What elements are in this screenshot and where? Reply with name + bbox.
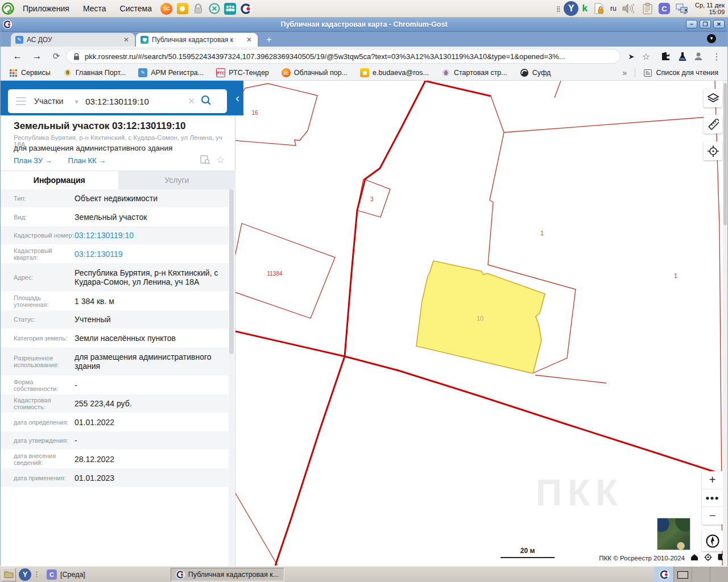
tab-as-dou[interactable]: ✎ АС ДОУ ✕ [11, 33, 135, 47]
cadastral-block-link[interactable]: 03:12:130119 [75, 250, 229, 259]
page-scrollbar-thumb[interactable] [723, 83, 727, 225]
flask-extension-icon[interactable] [676, 50, 689, 63]
menu-system[interactable]: Система [113, 0, 159, 17]
volume-icon[interactable] [622, 2, 634, 15]
scale-bar: 20 м [500, 547, 555, 558]
extension-icon[interactable] [659, 50, 672, 63]
new-tab-button[interactable]: + [262, 34, 276, 45]
back-button[interactable]: ← [11, 49, 24, 63]
show-desktop-button[interactable] [2, 568, 16, 581]
search-submit-icon[interactable] [201, 95, 212, 108]
plan-zu-link[interactable]: План ЗУ → [14, 156, 52, 165]
menu-applications[interactable]: Приложения [16, 0, 76, 17]
workspace-3[interactable] [710, 567, 728, 582]
highlighted-parcel-label: 10 [477, 315, 483, 322]
page-scrollbar[interactable] [723, 81, 727, 566]
bookmark-glavnaya-portal[interactable]: Главная Порт... [63, 68, 126, 77]
plan-kk-link[interactable]: План КК → [68, 156, 106, 165]
reload-button[interactable]: ⟳ [49, 49, 63, 63]
map-viewport[interactable]: ПКК [235, 81, 727, 566]
tab-information[interactable]: Информация [1, 171, 118, 189]
zoom-options-button[interactable]: ●●● [702, 489, 723, 507]
table-row: Кадастровая стоимость:255 223,44 руб. [1, 394, 229, 413]
maximize-button[interactable]: ❐ [700, 20, 711, 28]
panel-scrollbar-thumb[interactable] [229, 189, 234, 354]
scale-line [500, 557, 555, 558]
map-canvas[interactable] [235, 81, 727, 566]
folder-icon [4, 571, 14, 578]
1c-launcher-icon[interactable]: 1С [160, 2, 173, 15]
doc-search-icon[interactable] [200, 155, 210, 165]
close-button[interactable]: ✕ [713, 20, 725, 28]
ruler-button[interactable] [704, 115, 722, 134]
tab-close-icon[interactable]: ✕ [122, 36, 130, 44]
bookmark-arm-registra[interactable]: ✎ АРМ Регистра... [138, 68, 204, 77]
clock[interactable]: Ср, 11 дек 15:09 [693, 2, 725, 15]
minimap-thumbnail[interactable] [657, 518, 690, 550]
target-icon[interactable] [704, 554, 712, 561]
c-messenger-tray-icon[interactable]: C [659, 3, 670, 14]
tab-services[interactable]: Услуги [118, 171, 236, 189]
taskbar-item-sreda[interactable]: C [Среда] [42, 568, 90, 581]
address-bar[interactable]: pkk.rosreestr.ru/#/search/50.15952243439… [66, 49, 621, 64]
locate-object-button[interactable] [704, 142, 722, 160]
bookmark-ebudaeva[interactable]: e.budaeva@ros... [360, 68, 429, 77]
favorite-star-icon[interactable]: ☆ [216, 155, 225, 165]
network-tray-icon[interactable] [675, 2, 688, 15]
bookmark-star-icon[interactable]: ☆ [640, 50, 652, 63]
zoom-out-button[interactable]: − [702, 506, 723, 525]
chromium-gost-launcher-icon[interactable] [240, 2, 253, 15]
menu-places[interactable]: Места [76, 0, 113, 17]
workspace-1[interactable] [673, 567, 692, 582]
workspace-pager [673, 567, 728, 582]
collapse-panel-chevron[interactable]: ‹ [231, 81, 243, 115]
scale-label: 20 м [500, 547, 555, 555]
tab-pkk[interactable]: Публичная кадастровая к ✕ [136, 33, 258, 47]
menu-hamburger-icon[interactable] [16, 95, 26, 107]
certificate-tray-icon[interactable] [593, 2, 605, 15]
bookmark-startovaya[interactable]: Стартовая стр... [441, 68, 507, 77]
clear-search-icon[interactable]: ✕ [188, 96, 195, 106]
compass-button[interactable] [702, 530, 723, 551]
search-input[interactable] [85, 97, 185, 106]
minimize-button[interactable]: – [686, 20, 697, 28]
search-category-select[interactable]: Участки [34, 97, 63, 106]
panel-tabs: Информация Услуги [1, 171, 235, 189]
crosshair-icon [707, 145, 719, 157]
k-tray-icon[interactable]: k [582, 3, 587, 14]
bookmark-sufd[interactable]: Суфд [520, 68, 551, 77]
browser-menu-icon[interactable]: ⋮ [710, 50, 723, 63]
taskbar-item-pkk[interactable]: Публичная кадастровая к... [171, 568, 284, 581]
mail-icon [360, 68, 369, 77]
workspace-2[interactable] [692, 567, 710, 582]
yandex-tray-icon[interactable]: Y [564, 1, 578, 16]
lock-icon[interactable] [192, 2, 205, 15]
bookmark-rts-tender[interactable]: РТС РТС-Тендер [216, 68, 269, 77]
panel-scrollbar[interactable] [229, 189, 234, 566]
window-titlebar[interactable]: Публичная кадастровая карта - Chromium-G… [1, 18, 727, 32]
forward-button[interactable]: → [30, 49, 44, 63]
yellow-app-icon[interactable] [176, 2, 189, 15]
bookmark-servisy[interactable]: Сервисы [9, 68, 51, 77]
keyboard-layout[interactable]: ru [610, 5, 617, 13]
users-app-icon[interactable] [224, 2, 237, 15]
tab-close-icon[interactable]: ✕ [245, 36, 253, 44]
home-icon[interactable] [690, 554, 698, 561]
table-row: Вид:Земельный участок [1, 207, 229, 226]
yandex-taskbar-icon[interactable]: Y [19, 568, 31, 581]
chromium-gost-tray-icon[interactable] [654, 567, 675, 582]
reading-list-button[interactable]: Список для чтения [643, 68, 718, 77]
profile-avatar-icon[interactable] [692, 50, 705, 63]
cadastral-number-link[interactable]: 03:12:130119:10 [75, 231, 229, 240]
send-to-devices-icon[interactable]: ➤ [625, 50, 638, 63]
clipboard-tray-icon[interactable] [641, 2, 653, 15]
profile-menu-button[interactable]: ▼ [707, 34, 716, 43]
bookmarks-divider [635, 68, 635, 77]
bookmarks-overflow-chevron[interactable]: » [623, 68, 627, 77]
layers-button[interactable] [704, 89, 722, 107]
screenshot-tool-icon[interactable] [208, 2, 221, 15]
bookmark-cloud-1c[interactable]: 1С Облачный пор... [282, 68, 348, 77]
zoom-in-button[interactable]: + [702, 471, 723, 489]
url-text[interactable]: pkk.rosreestr.ru/#/search/50.15952243439… [85, 52, 565, 61]
start-menu-icon[interactable] [2, 2, 14, 15]
